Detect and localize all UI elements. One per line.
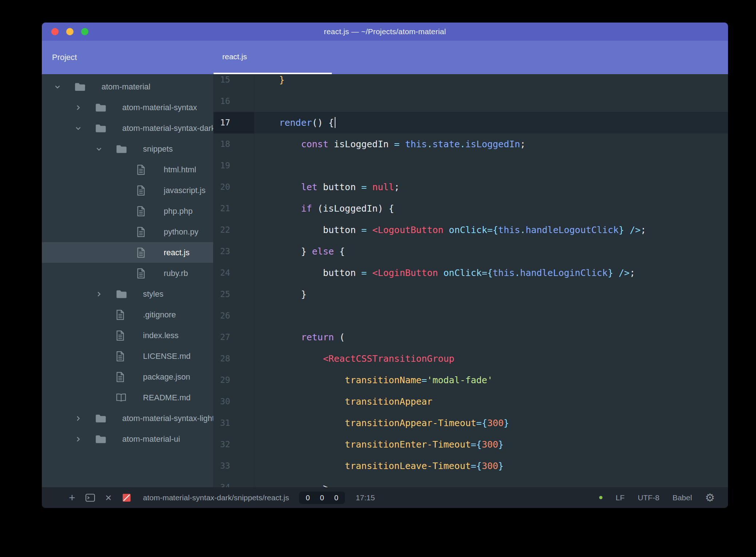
code-text[interactable]: transitionAppear	[254, 391, 728, 412]
tree-item-atom-material-syntax-dark[interactable]: atom-material-syntax-dark	[42, 118, 213, 139]
line-number[interactable]: 26	[214, 305, 254, 326]
code-line-28[interactable]: 28 <ReactCSSTransitionGroup	[214, 348, 728, 369]
tree-item-styles[interactable]: styles	[42, 284, 213, 304]
tree-item-readme-md[interactable]: README.md	[42, 387, 213, 408]
line-number[interactable]: 30	[214, 391, 254, 412]
code-line-29[interactable]: 29 transitionName='modal-fade'	[214, 369, 728, 391]
line-number[interactable]: 20	[214, 176, 254, 198]
code-text[interactable]	[254, 155, 728, 176]
code-text[interactable]: if (isLoggedIn) {	[254, 198, 728, 219]
chevron-down-icon[interactable]	[53, 84, 75, 90]
line-number[interactable]: 16	[214, 91, 254, 112]
tab-react-js[interactable]: react.js	[214, 41, 332, 74]
tree-item-index-less[interactable]: index.less	[42, 325, 213, 346]
terminal-icon[interactable]	[85, 494, 95, 502]
line-number[interactable]: 31	[214, 412, 254, 434]
code-line-30[interactable]: 30 transitionAppear	[214, 391, 728, 412]
tree-item-python-py[interactable]: python.py	[42, 221, 213, 242]
git-status-icon[interactable]	[122, 493, 131, 502]
settings-gear-icon[interactable]: ⚙	[705, 492, 715, 503]
tree-item-html-html[interactable]: html.html	[42, 159, 213, 180]
line-number[interactable]: 24	[214, 262, 254, 284]
code-line-23[interactable]: 23 } else {	[214, 241, 728, 262]
code-text[interactable]: return (	[254, 326, 728, 348]
tree-item-atom-material-ui[interactable]: atom-material-ui	[42, 429, 213, 449]
code-text[interactable]: button = <LoginButton onClick={this.hand…	[254, 262, 728, 284]
line-number[interactable]: 34	[214, 477, 254, 487]
tree-item-license-md[interactable]: LICENSE.md	[42, 346, 213, 366]
grammar-indicator[interactable]: Babel	[672, 493, 692, 502]
encoding-indicator[interactable]: UTF-8	[638, 493, 660, 502]
chevron-down-icon[interactable]	[95, 146, 116, 152]
zoom-window-button[interactable]	[81, 28, 88, 35]
chevron-right-icon[interactable]	[74, 415, 95, 422]
line-number[interactable]: 22	[214, 219, 254, 241]
code-line-27[interactable]: 27 return (	[214, 326, 728, 348]
add-project-icon[interactable]: +	[67, 492, 77, 503]
line-number[interactable]: 28	[214, 348, 254, 369]
tree-item-atom-material[interactable]: atom-material	[42, 76, 213, 97]
code-line-19[interactable]: 19	[214, 155, 728, 176]
code-text[interactable]: transitionName='modal-fade'	[254, 369, 728, 391]
code-line-21[interactable]: 21 if (isLoggedIn) {	[214, 198, 728, 219]
code-text[interactable]: button = <LogoutButton onClick={this.han…	[254, 219, 728, 241]
code-text[interactable]: transitionEnter-Timeout={300}	[254, 434, 728, 455]
line-number[interactable]: 18	[214, 133, 254, 155]
tree-item-package-json[interactable]: package.json	[42, 366, 213, 387]
tree-item--gitignore[interactable]: .gitignore	[42, 304, 213, 325]
chevron-down-icon[interactable]	[74, 125, 95, 132]
chevron-right-icon[interactable]	[95, 291, 116, 297]
code-line-34[interactable]: 34 >	[214, 477, 728, 487]
tree-item-atom-material-syntax[interactable]: atom-material-syntax	[42, 97, 213, 118]
line-number[interactable]: 33	[214, 455, 254, 477]
code-line-33[interactable]: 33 transitionLeave-Timeout={300}	[214, 455, 728, 477]
title-bar[interactable]: react.js — ~/Projects/atom-material	[42, 23, 728, 41]
code-line-26[interactable]: 26	[214, 305, 728, 326]
line-ending-indicator[interactable]: LF	[616, 493, 625, 502]
line-number[interactable]: 17	[214, 112, 254, 133]
code-line-17[interactable]: 17 render() {	[214, 112, 728, 133]
code-line-18[interactable]: 18 const isLoggedIn = this.state.isLogge…	[214, 133, 728, 155]
code-line-25[interactable]: 25 }	[214, 284, 728, 305]
line-number[interactable]: 23	[214, 241, 254, 262]
close-panel-icon[interactable]: ×	[104, 492, 113, 503]
tree-item-react-js[interactable]: react.js	[42, 242, 213, 263]
line-number[interactable]: 27	[214, 326, 254, 348]
tree-item-atom-material-syntax-light[interactable]: atom-material-syntax-light	[42, 408, 213, 429]
code-line-24[interactable]: 24 button = <LoginButton onClick={this.h…	[214, 262, 728, 284]
line-number[interactable]: 15	[214, 74, 254, 91]
line-number[interactable]: 29	[214, 369, 254, 391]
code-text[interactable]: }	[254, 284, 728, 305]
line-number[interactable]: 21	[214, 198, 254, 219]
code-text[interactable]: } else {	[254, 241, 728, 262]
code-line-31[interactable]: 31 transitionAppear-Timeout={300}	[214, 412, 728, 434]
code-text[interactable]: render() {	[254, 112, 728, 133]
code-line-32[interactable]: 32 transitionEnter-Timeout={300}	[214, 434, 728, 455]
tree-item-ruby-rb[interactable]: ruby.rb	[42, 263, 213, 284]
code-text[interactable]: const isLoggedIn = this.state.isLoggedIn…	[254, 133, 728, 155]
line-number[interactable]: 25	[214, 284, 254, 305]
code-text[interactable]: >	[254, 477, 728, 487]
code-editor[interactable]: 15 }1617 render() {18 const isLoggedIn =…	[214, 74, 728, 487]
code-text[interactable]: <ReactCSSTransitionGroup	[254, 348, 728, 369]
code-text[interactable]: transitionLeave-Timeout={300}	[254, 455, 728, 477]
code-text[interactable]: transitionAppear-Timeout={300}	[254, 412, 728, 434]
tree-item-javascript-js[interactable]: javascript.js	[42, 180, 213, 201]
status-counts[interactable]: 0 0 0	[299, 492, 345, 504]
code-line-16[interactable]: 16	[214, 91, 728, 112]
tree-item-snippets[interactable]: snippets	[42, 139, 213, 159]
minimize-window-button[interactable]	[66, 28, 73, 35]
tree-item-php-php[interactable]: php.php	[42, 201, 213, 221]
code-line-20[interactable]: 20 let button = null;	[214, 176, 728, 198]
cursor-position[interactable]: 17:15	[356, 493, 375, 502]
chevron-right-icon[interactable]	[74, 436, 95, 442]
line-number[interactable]: 19	[214, 155, 254, 176]
code-text[interactable]: let button = null;	[254, 176, 728, 198]
code-text[interactable]: }	[254, 74, 728, 91]
close-window-button[interactable]	[51, 28, 59, 35]
code-line-15[interactable]: 15 }	[214, 74, 728, 91]
code-line-22[interactable]: 22 button = <LogoutButton onClick={this.…	[214, 219, 728, 241]
code-text[interactable]	[254, 305, 728, 326]
chevron-right-icon[interactable]	[74, 104, 95, 111]
line-number[interactable]: 32	[214, 434, 254, 455]
